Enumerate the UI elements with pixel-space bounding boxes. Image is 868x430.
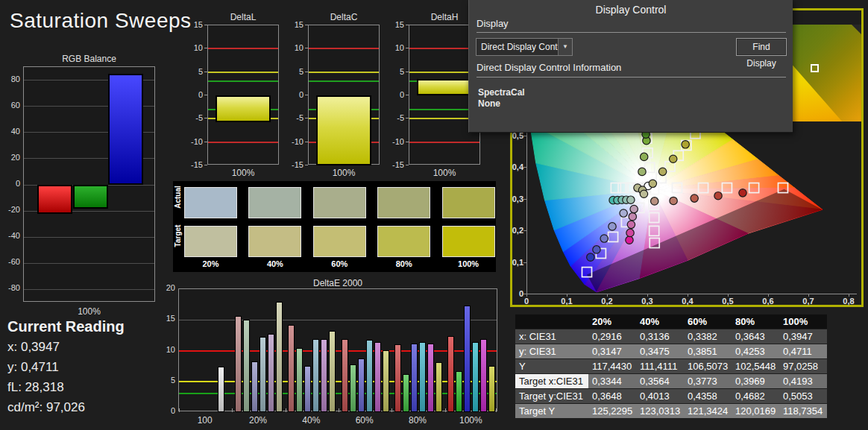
y-tick-mark — [305, 165, 308, 165]
y-tick-label: 10 — [388, 43, 404, 52]
y-tick-mark — [406, 48, 409, 48]
delta-bar — [216, 95, 271, 122]
measured-point-marker — [651, 197, 658, 205]
swatch-target-80% — [377, 226, 430, 257]
x-tick-mark — [445, 408, 446, 412]
find-display-button[interactable]: Find Display — [736, 38, 787, 56]
delta-e-bar — [435, 362, 442, 412]
chart-title: DeltaL — [207, 12, 279, 22]
measured-point-marker — [627, 221, 635, 228]
y-tick-label: 5 — [186, 67, 203, 76]
delta-e-bar — [366, 340, 373, 412]
display-control-dropdown[interactable]: Direct Display Control ▼ — [476, 38, 573, 56]
delta-e-bar — [358, 358, 365, 412]
table-row[interactable]: y: CIE310,31470,34750,38510,42530,4711 — [515, 344, 828, 358]
table-row[interactable]: Target y:CIE310,36480,40130,43580,46820,… — [515, 389, 828, 403]
y-tick-mark — [204, 95, 207, 95]
y-tick-mark — [406, 165, 409, 165]
current-reading-heading: Current Reading — [7, 318, 125, 335]
x-tick-label: 100% — [23, 306, 155, 317]
y-tick-label: 0 — [1, 179, 20, 188]
table-column-header: 80% — [732, 314, 779, 329]
delta-e-bar — [268, 334, 274, 412]
delta-e-bar — [383, 350, 389, 412]
delta-e-bar — [304, 366, 311, 412]
table-column-header: 100% — [779, 314, 827, 329]
delta-e-bar — [321, 339, 327, 412]
table-row[interactable]: x: CIE310,29160,31360,33820,36430,3947 — [515, 329, 828, 344]
gridline — [24, 289, 154, 290]
table-row-label[interactable]: Target Y — [515, 404, 588, 418]
y-tick-mark — [204, 72, 207, 72]
table-value-cell: 120,0169 — [732, 404, 779, 418]
measured-point-marker — [739, 189, 746, 197]
table-value-cell: 0,4682 — [732, 389, 779, 403]
measured-point-marker — [627, 196, 635, 203]
table-row-label[interactable]: x: CIE31 — [515, 329, 588, 344]
chevron-down-icon[interactable]: ▼ — [558, 39, 572, 55]
measured-point-marker — [714, 192, 722, 199]
swatch-column-label: 20% — [184, 259, 237, 268]
y-tick-mark — [305, 118, 308, 118]
y-tick-label: -15 — [388, 160, 404, 169]
x-group-label: 100% — [444, 415, 497, 426]
y-tick-label: 10 — [186, 43, 203, 52]
table-row[interactable]: Target Y125,2295123,0313121,3424120,0169… — [515, 404, 828, 418]
delta-e-bar — [480, 339, 487, 412]
delta-e-bar — [350, 364, 356, 412]
delta-e-bar — [427, 344, 434, 412]
swatch-actual-20% — [184, 187, 237, 218]
measured-point-marker — [658, 168, 666, 175]
measured-point-marker — [620, 209, 627, 217]
table-value-cell: 0,3344 — [588, 374, 636, 388]
table-value-cell: 0,3475 — [636, 344, 684, 358]
y-tick-label: -80 — [1, 283, 20, 292]
plot-area — [23, 66, 155, 302]
swatch-column-label: 40% — [248, 259, 301, 268]
table-row-label[interactable]: y: CIE31 — [515, 344, 588, 358]
measured-point-marker — [638, 168, 646, 175]
x-tick-mark — [496, 408, 497, 412]
y-tick-label: 10 — [287, 43, 304, 52]
cie-x-tick-label: 0,2 — [597, 297, 617, 306]
delta-e-bar — [296, 348, 303, 412]
cie-y-tick — [523, 167, 526, 168]
swatch-actual-80% — [377, 187, 430, 218]
test-pattern-gradient — [793, 25, 861, 121]
y-tick-label: 20 — [159, 283, 175, 292]
table-value-cell: 0,4013 — [636, 389, 684, 403]
target-square-icon — [811, 64, 819, 72]
delta-e-bar — [403, 374, 409, 412]
table-value-cell: 118,7354 — [779, 404, 827, 418]
y-tick-label: 0 — [186, 90, 203, 99]
table-value-cell: 0,3147 — [588, 344, 636, 358]
table-row-label[interactable]: Y — [515, 359, 588, 373]
table-value-cell: 0,3648 — [588, 389, 636, 403]
table-column-header: 20% — [588, 314, 636, 329]
dialog-title: Display Control — [469, 4, 793, 16]
swatch-row-label: Actual — [174, 180, 182, 215]
table-value-cell: 125,2295 — [588, 404, 636, 418]
delta-e-bar — [488, 366, 495, 412]
table-value-cell: 0,3564 — [636, 374, 684, 388]
reference-line — [208, 48, 278, 49]
y-tick-mark — [406, 142, 409, 142]
y-tick-label: -40 — [1, 231, 20, 240]
table-row[interactable]: Target x:CIE310,33440,35640,37730,39690,… — [515, 374, 828, 388]
table-value-cell: 0,3947 — [779, 329, 827, 344]
y-tick-label: -20 — [1, 205, 20, 214]
y-tick-mark — [305, 95, 308, 95]
table-row-label[interactable]: Target x:CIE31 — [515, 374, 588, 388]
table-row[interactable]: Y117,4430111,4111106,5073102,544897,0258 — [515, 359, 828, 373]
x-tick-label: 100% — [308, 168, 380, 178]
y-tick-label: 15 — [186, 20, 203, 29]
info-line-vendor: SpectraCal — [478, 87, 525, 98]
table-value-cell: 0,3773 — [684, 374, 732, 388]
info-line-device: None — [478, 98, 500, 109]
y-tick-label: -10 — [287, 137, 304, 146]
delta-e-bar — [464, 306, 471, 412]
measured-point-marker — [682, 141, 689, 148]
table-row-label[interactable]: Target y:CIE31 — [515, 389, 588, 403]
reference-line — [309, 48, 379, 49]
cie-y-tick — [523, 199, 526, 200]
